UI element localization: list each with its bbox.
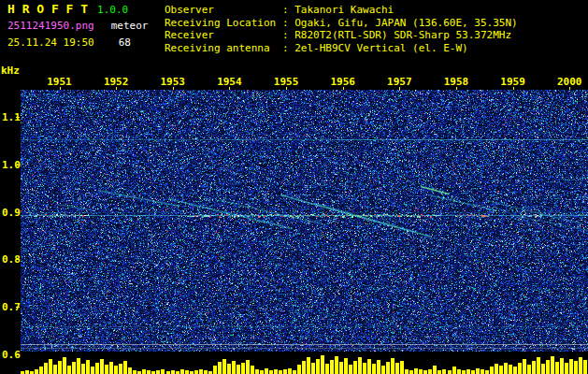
info-label: Observer xyxy=(165,4,282,17)
app-title: H R O F F T xyxy=(7,2,88,16)
info-row: Observer: Takanori Kawachi xyxy=(165,4,518,17)
freq-tick-mark xyxy=(16,212,20,213)
info-row: Receiver: R820T2(RTL-SDR) SDR-Sharp 53.3… xyxy=(165,29,518,42)
info-row: Receiving Location: Ogaki, Gifu, JAPAN (… xyxy=(165,17,518,30)
info-row: Receiving antenna: 2el-HB9CV Vertical (e… xyxy=(165,42,518,55)
info-value: R820T2(RTL-SDR) SDR-Sharp 53.372MHz xyxy=(294,29,511,42)
info-colon: : xyxy=(282,4,294,17)
freq-tick-mark xyxy=(16,117,20,118)
mode-label: meteor xyxy=(111,20,149,32)
freq-tick-mark xyxy=(16,165,20,165)
file-row: 2511241950.png meteor xyxy=(7,20,148,32)
header-left: H R O F F T 1.0.0 2511241950.png meteor … xyxy=(7,2,148,49)
activity-bar-canvas xyxy=(21,353,588,374)
info-colon: : xyxy=(282,17,294,30)
title-row: H R O F F T 1.0.0 xyxy=(7,2,148,16)
info-colon: : xyxy=(282,29,294,42)
station-info: Observer: Takanori KawachiReceiving Loca… xyxy=(165,4,518,54)
hrofft-screen: H R O F F T 1.0.0 2511241950.png meteor … xyxy=(0,0,588,374)
info-value: Takanori Kawachi xyxy=(294,4,394,17)
info-label: Receiving antenna xyxy=(165,42,282,55)
timestamp: 25.11.24 19:50 xyxy=(7,36,94,49)
freq-tick-mark xyxy=(16,354,20,355)
freq-tick-mark xyxy=(16,307,20,308)
info-label: Receiving Location xyxy=(165,17,282,30)
info-label: Receiver xyxy=(165,29,282,42)
noise-count: 68 xyxy=(119,36,131,49)
info-value: Ogaki, Gifu, JAPAN (136.60E, 35.35N) xyxy=(294,17,517,30)
output-filename: 2511241950.png xyxy=(7,20,94,32)
time-row: 25.11.24 19:50 68 xyxy=(7,36,148,49)
info-value: 2el-HB9CV Vertical (el. E-W) xyxy=(294,42,467,55)
freq-tick-mark xyxy=(16,259,20,260)
time-axis: 1951195219531954195519561957195819592000 xyxy=(0,76,588,90)
app-version: 1.0.0 xyxy=(97,4,128,16)
spectrogram-canvas xyxy=(21,90,588,352)
info-colon: : xyxy=(282,42,294,55)
